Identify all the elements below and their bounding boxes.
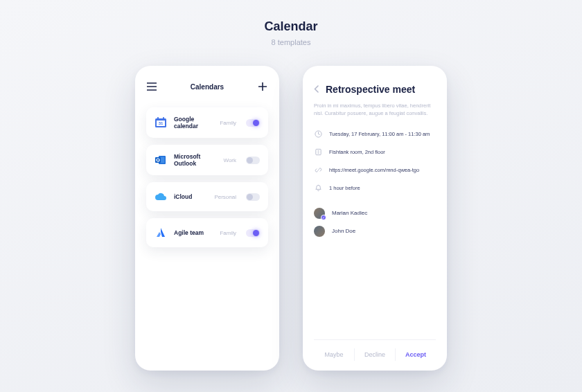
add-calendar-button[interactable]	[257, 81, 268, 92]
avatar	[314, 226, 325, 237]
event-link-row[interactable]: https://meet.google.com/mnd-qwea-tgo	[314, 166, 436, 175]
calendar-name: iCloud	[174, 193, 207, 200]
google-calendar-icon: 31	[155, 116, 167, 129]
accept-button[interactable]: Accept	[395, 348, 436, 361]
outlook-icon	[155, 154, 167, 166]
event-location: Fishtank room, 2nd floor	[329, 149, 385, 155]
calendar-toggle[interactable]	[246, 193, 260, 201]
back-button[interactable]	[314, 85, 319, 94]
response-actions: Maybe Decline Accept	[314, 339, 436, 361]
event-description: Proin in mi maximus, tempus libero vitae…	[314, 102, 436, 118]
link-icon	[314, 166, 322, 175]
event-location-row: Fishtank room, 2nd floor	[314, 148, 436, 157]
calendar-toggle[interactable]	[246, 157, 260, 164]
event-time-row: Tuesday, 17 February, 11:00 am - 11:30 a…	[314, 130, 436, 139]
calendar-toggle[interactable]	[246, 229, 260, 237]
organizer-badge-icon: ✓	[321, 215, 326, 220]
calendar-item[interactable]: 31 Google calendar Family	[146, 107, 268, 138]
clock-icon	[314, 130, 322, 139]
icloud-icon	[155, 190, 167, 203]
svg-rect-3	[157, 117, 159, 120]
calendar-item[interactable]: Microsoft Outlook Work	[146, 145, 268, 175]
event-reminder: 1 hour before	[329, 185, 360, 191]
maybe-button[interactable]: Maybe	[314, 348, 354, 361]
calendar-name: Agile team	[174, 229, 213, 236]
calendar-item[interactable]: iCloud Personal	[146, 182, 268, 211]
building-icon	[314, 148, 322, 157]
attendee-row[interactable]: ✓ Marian Kadlec	[314, 208, 436, 219]
event-title: Retrospective meet	[326, 84, 415, 95]
svg-text:31: 31	[159, 121, 164, 125]
menu-icon[interactable]	[146, 81, 157, 92]
bell-icon	[314, 184, 322, 193]
calendar-tag: Personal	[214, 194, 236, 200]
event-detail-screen: Retrospective meet Proin in mi maximus, …	[303, 66, 447, 371]
atlassian-icon	[155, 226, 167, 239]
calendar-name: Microsoft Outlook	[174, 153, 216, 167]
decline-button[interactable]: Decline	[354, 348, 395, 361]
svg-rect-4	[163, 117, 164, 120]
svg-rect-7	[155, 157, 161, 163]
event-info-list: Tuesday, 17 February, 11:00 am - 11:30 a…	[314, 130, 436, 193]
avatar: ✓	[314, 208, 325, 219]
calendar-name: Google calendar	[174, 116, 213, 130]
screen-title: Calendars	[191, 83, 224, 91]
event-link: https://meet.google.com/mnd-qwea-tgo	[329, 167, 419, 173]
calendars-screen: Calendars 31 Google calendar Family Micr…	[135, 66, 279, 371]
calendar-list: 31 Google calendar Family Microsoft Outl…	[146, 107, 268, 247]
calendar-tag: Work	[223, 157, 236, 163]
calendar-tag: Family	[220, 230, 236, 236]
page-subtitle: 8 templates	[0, 38, 582, 46]
attendee-row[interactable]: John Doe	[314, 226, 436, 237]
attendee-list: ✓ Marian Kadlec John Doe	[314, 208, 436, 237]
attendee-name: Marian Kadlec	[332, 210, 367, 216]
attendee-name: John Doe	[332, 228, 355, 234]
event-time: Tuesday, 17 February, 11:00 am - 11:30 a…	[329, 131, 430, 137]
calendar-toggle[interactable]	[246, 119, 260, 127]
calendar-tag: Family	[220, 120, 236, 126]
page-title: Calendar	[0, 19, 582, 34]
calendar-item[interactable]: Agile team Family	[146, 218, 268, 247]
event-reminder-row: 1 hour before	[314, 184, 436, 193]
